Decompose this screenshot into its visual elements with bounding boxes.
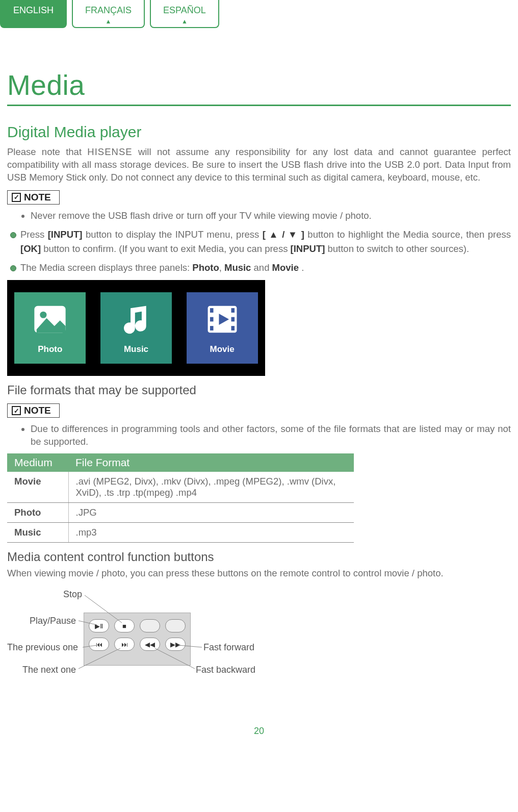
note-badge: ✓ NOTE bbox=[7, 190, 60, 205]
page-title: Media bbox=[7, 69, 511, 102]
svg-line-9 bbox=[85, 595, 122, 623]
button-ref: [ ▲ / ▼ ] bbox=[263, 229, 304, 240]
chevron-up-icon: ▲ bbox=[106, 18, 112, 25]
instruction-list: Press [INPUT] button to display the INPU… bbox=[7, 227, 511, 275]
movie-card: Movie bbox=[187, 292, 258, 364]
page-number: 20 bbox=[0, 685, 518, 747]
brand-name: HISENSE bbox=[87, 146, 132, 157]
tab-francais[interactable]: FRANÇAIS ▲ bbox=[72, 0, 145, 28]
language-tabs: ENGLISH FRANÇAIS ▲ ESPAÑOL ▲ bbox=[0, 0, 518, 28]
buttons-intro: When viewing movie / photo, you can pres… bbox=[7, 567, 511, 580]
svg-rect-6 bbox=[231, 308, 235, 313]
table-header: File Format bbox=[68, 453, 354, 472]
svg-rect-5 bbox=[210, 326, 214, 331]
intro-paragraph: Please note that HISENSE will not assume… bbox=[7, 146, 511, 184]
music-icon bbox=[118, 301, 154, 337]
tab-label: ENGLISH bbox=[13, 5, 54, 15]
panel-ref: Movie bbox=[272, 262, 299, 273]
text: Press bbox=[20, 229, 48, 240]
card-label: Music bbox=[124, 344, 148, 354]
svg-rect-7 bbox=[231, 317, 235, 322]
table-row: Movie .avi (MPEG2, Divx), .mkv (Divx), .… bbox=[7, 472, 354, 503]
text: . bbox=[299, 262, 304, 273]
file-format-table: Medium File Format Movie .avi (MPEG2, Di… bbox=[7, 453, 354, 543]
button-ref: [INPUT] bbox=[291, 243, 325, 254]
text: , bbox=[219, 262, 224, 273]
svg-line-10 bbox=[79, 621, 97, 625]
svg-rect-8 bbox=[231, 326, 235, 331]
svg-line-13 bbox=[178, 645, 202, 647]
svg-rect-3 bbox=[210, 308, 214, 313]
text: and bbox=[251, 262, 272, 273]
list-item: Due to differences in programming tools … bbox=[31, 423, 511, 448]
text: Please note that bbox=[7, 146, 87, 157]
svg-line-11 bbox=[83, 645, 97, 647]
remote-diagram: Stop Play/Pause The previous one The nex… bbox=[7, 588, 323, 685]
subsection-heading: Media content control function buttons bbox=[7, 550, 511, 564]
title-rule bbox=[7, 105, 511, 106]
format-cell: .JPG bbox=[68, 503, 354, 523]
note-label: NOTE bbox=[24, 405, 51, 416]
medium-cell: Music bbox=[7, 523, 68, 543]
format-cell: .avi (MPEG2, Divx), .mkv (Divx), .mpeg (… bbox=[68, 472, 354, 503]
tab-espanol[interactable]: ESPAÑOL ▲ bbox=[150, 0, 219, 28]
photo-icon bbox=[32, 301, 68, 337]
medium-cell: Photo bbox=[7, 503, 68, 523]
svg-rect-4 bbox=[210, 317, 214, 322]
note-list: Due to differences in programming tools … bbox=[31, 423, 511, 448]
movie-icon bbox=[204, 301, 240, 337]
checkbox-icon: ✓ bbox=[12, 193, 21, 202]
text: button to highlight the Media source, th… bbox=[304, 229, 511, 240]
photo-card: Photo bbox=[14, 292, 86, 364]
section-heading: Digital Media player bbox=[7, 123, 511, 141]
medium-cell: Movie bbox=[7, 472, 68, 503]
svg-line-14 bbox=[155, 648, 195, 669]
text: The Media screen displays three panels: bbox=[20, 262, 192, 273]
list-item: Press [INPUT] button to display the INPU… bbox=[7, 227, 511, 256]
text: button to confirm. (If you want to exit … bbox=[41, 243, 290, 254]
card-label: Movie bbox=[210, 344, 235, 354]
list-item: The Media screen displays three panels: … bbox=[7, 261, 511, 275]
table-row: Photo .JPG bbox=[7, 503, 354, 523]
subsection-heading: File formats that may be supported bbox=[7, 383, 511, 397]
format-cell: .mp3 bbox=[68, 523, 354, 543]
panel-ref: Music bbox=[224, 262, 251, 273]
chevron-up-icon: ▲ bbox=[182, 18, 188, 25]
text: button to display the INPUT menu, press bbox=[83, 229, 263, 240]
panel-ref: Photo bbox=[192, 262, 219, 273]
note-badge: ✓ NOTE bbox=[7, 403, 60, 418]
tab-english[interactable]: ENGLISH bbox=[0, 0, 67, 28]
card-label: Photo bbox=[38, 344, 62, 354]
button-ref: [INPUT] bbox=[48, 229, 83, 240]
text: button to switch to other sources). bbox=[325, 243, 469, 254]
table-header: Medium bbox=[7, 453, 68, 472]
connector-lines bbox=[7, 588, 323, 685]
button-ref: [OK] bbox=[20, 243, 41, 254]
tab-label: FRANÇAIS bbox=[85, 5, 132, 15]
checkbox-icon: ✓ bbox=[12, 406, 21, 415]
svg-line-12 bbox=[79, 648, 120, 669]
note-label: NOTE bbox=[24, 192, 51, 203]
tab-label: ESPAÑOL bbox=[163, 5, 206, 15]
note-list: Never remove the USB flash drive or turn… bbox=[31, 210, 511, 222]
media-panel-illustration: Photo Music Movie bbox=[7, 280, 265, 376]
table-row: Music .mp3 bbox=[7, 523, 354, 543]
svg-point-1 bbox=[40, 312, 47, 318]
list-item: Never remove the USB flash drive or turn… bbox=[31, 210, 511, 222]
music-card: Music bbox=[100, 292, 172, 364]
